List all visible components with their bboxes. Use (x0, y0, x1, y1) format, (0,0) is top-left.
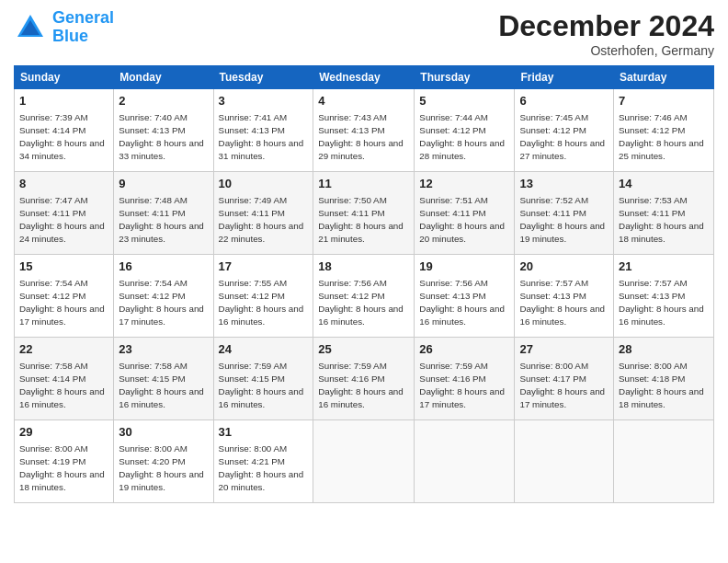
day-info: Sunrise: 7:46 AMSunset: 4:12 PMDaylight:… (619, 112, 704, 162)
calendar-cell: 19 Sunrise: 7:56 AMSunset: 4:13 PMDaylig… (415, 255, 515, 338)
day-info: Sunrise: 7:56 AMSunset: 4:12 PMDaylight:… (318, 278, 404, 327)
day-number: 14 (619, 176, 709, 192)
day-number: 12 (419, 176, 509, 192)
day-info: Sunrise: 7:40 AMSunset: 4:13 PMDaylight:… (119, 112, 204, 162)
calendar-cell: 22 Sunrise: 7:58 AMSunset: 4:14 PMDaylig… (15, 338, 114, 420)
day-number: 25 (318, 341, 409, 358)
day-number: 18 (318, 259, 409, 275)
day-number: 21 (619, 259, 709, 275)
weekday-header-saturday: Saturday (614, 66, 714, 89)
calendar-cell: 13 Sunrise: 7:52 AMSunset: 4:11 PMDaylig… (515, 172, 614, 255)
weekday-header-wednesday: Wednesday (313, 66, 415, 89)
weekday-header-row: SundayMondayTuesdayWednesdayThursdayFrid… (15, 66, 714, 89)
logo-line1: General (52, 8, 114, 27)
calendar-cell: 14 Sunrise: 7:53 AMSunset: 4:11 PMDaylig… (614, 172, 714, 255)
day-info: Sunrise: 7:44 AMSunset: 4:12 PMDaylight:… (419, 112, 505, 162)
month-title: December 2024 (498, 9, 714, 43)
calendar-cell (415, 420, 515, 503)
calendar-cell: 6 Sunrise: 7:45 AMSunset: 4:12 PMDayligh… (515, 89, 614, 172)
day-info: Sunrise: 7:59 AMSunset: 4:16 PMDaylight:… (419, 361, 505, 410)
day-number: 15 (19, 259, 108, 275)
day-number: 30 (119, 424, 208, 441)
day-info: Sunrise: 7:54 AMSunset: 4:12 PMDaylight:… (119, 278, 204, 327)
day-info: Sunrise: 7:51 AMSunset: 4:11 PMDaylight:… (419, 195, 505, 245)
day-number: 7 (619, 93, 709, 109)
calendar-cell: 20 Sunrise: 7:57 AMSunset: 4:13 PMDaylig… (515, 255, 614, 338)
day-info: Sunrise: 7:58 AMSunset: 4:15 PMDaylight:… (119, 361, 204, 410)
weekday-header-friday: Friday (515, 66, 614, 89)
day-info: Sunrise: 7:59 AMSunset: 4:15 PMDaylight:… (219, 361, 304, 410)
day-info: Sunrise: 7:55 AMSunset: 4:12 PMDaylight:… (219, 278, 304, 327)
day-number: 1 (19, 93, 108, 109)
day-info: Sunrise: 7:54 AMSunset: 4:12 PMDaylight:… (19, 278, 105, 327)
day-number: 24 (219, 341, 309, 358)
logo-icon (14, 11, 47, 44)
day-number: 3 (219, 93, 309, 109)
day-info: Sunrise: 7:52 AMSunset: 4:11 PMDaylight:… (519, 195, 605, 245)
calendar-cell: 17 Sunrise: 7:55 AMSunset: 4:12 PMDaylig… (213, 255, 313, 338)
week-row-4: 22 Sunrise: 7:58 AMSunset: 4:14 PMDaylig… (15, 338, 714, 420)
day-info: Sunrise: 7:45 AMSunset: 4:12 PMDaylight:… (519, 112, 605, 162)
day-info: Sunrise: 8:00 AMSunset: 4:18 PMDaylight:… (619, 361, 704, 410)
day-number: 28 (619, 341, 709, 358)
day-info: Sunrise: 8:00 AMSunset: 4:17 PMDaylight:… (519, 361, 605, 410)
calendar-cell (515, 420, 614, 503)
week-row-5: 29 Sunrise: 8:00 AMSunset: 4:19 PMDaylig… (15, 420, 714, 503)
day-number: 5 (419, 93, 509, 109)
weekday-header-thursday: Thursday (415, 66, 515, 89)
day-number: 27 (519, 341, 609, 358)
header: General Blue December 2024 Osterhofen, G… (14, 9, 714, 58)
calendar-cell: 21 Sunrise: 7:57 AMSunset: 4:13 PMDaylig… (614, 255, 714, 338)
day-number: 6 (519, 93, 609, 109)
calendar-cell: 5 Sunrise: 7:44 AMSunset: 4:12 PMDayligh… (415, 89, 515, 172)
calendar-cell: 30 Sunrise: 8:00 AMSunset: 4:20 PMDaylig… (114, 420, 213, 503)
location: Osterhofen, Germany (498, 43, 714, 58)
weekday-header-monday: Monday (114, 66, 213, 89)
calendar-cell: 27 Sunrise: 8:00 AMSunset: 4:17 PMDaylig… (515, 338, 614, 420)
day-number: 4 (318, 93, 409, 109)
calendar-cell: 11 Sunrise: 7:50 AMSunset: 4:11 PMDaylig… (313, 172, 415, 255)
day-number: 9 (119, 176, 208, 192)
day-info: Sunrise: 8:00 AMSunset: 4:20 PMDaylight:… (119, 443, 204, 493)
day-number: 2 (119, 93, 208, 109)
calendar-cell: 1 Sunrise: 7:39 AMSunset: 4:14 PMDayligh… (15, 89, 114, 172)
calendar-cell: 3 Sunrise: 7:41 AMSunset: 4:13 PMDayligh… (213, 89, 313, 172)
day-number: 29 (19, 424, 108, 441)
calendar-cell: 26 Sunrise: 7:59 AMSunset: 4:16 PMDaylig… (415, 338, 515, 420)
title-block: December 2024 Osterhofen, Germany (498, 9, 714, 58)
day-number: 22 (19, 341, 108, 358)
logo: General Blue (14, 9, 114, 46)
day-info: Sunrise: 8:00 AMSunset: 4:19 PMDaylight:… (19, 443, 105, 493)
day-number: 13 (519, 176, 609, 192)
day-info: Sunrise: 8:00 AMSunset: 4:21 PMDaylight:… (219, 443, 304, 493)
calendar-table: SundayMondayTuesdayWednesdayThursdayFrid… (14, 65, 714, 503)
calendar-cell: 4 Sunrise: 7:43 AMSunset: 4:13 PMDayligh… (313, 89, 415, 172)
day-number: 19 (419, 259, 509, 275)
week-row-2: 8 Sunrise: 7:47 AMSunset: 4:11 PMDayligh… (15, 172, 714, 255)
weekday-header-tuesday: Tuesday (213, 66, 313, 89)
calendar-cell (614, 420, 714, 503)
calendar-cell: 16 Sunrise: 7:54 AMSunset: 4:12 PMDaylig… (114, 255, 213, 338)
day-number: 8 (19, 176, 108, 192)
day-number: 11 (318, 176, 409, 192)
calendar-cell: 8 Sunrise: 7:47 AMSunset: 4:11 PMDayligh… (15, 172, 114, 255)
calendar-cell (313, 420, 415, 503)
calendar-cell: 15 Sunrise: 7:54 AMSunset: 4:12 PMDaylig… (15, 255, 114, 338)
logo-line2: Blue (52, 27, 88, 45)
calendar-cell: 28 Sunrise: 8:00 AMSunset: 4:18 PMDaylig… (614, 338, 714, 420)
day-number: 23 (119, 341, 208, 358)
day-info: Sunrise: 7:49 AMSunset: 4:11 PMDaylight:… (219, 195, 304, 245)
day-info: Sunrise: 7:47 AMSunset: 4:11 PMDaylight:… (19, 195, 105, 245)
week-row-1: 1 Sunrise: 7:39 AMSunset: 4:14 PMDayligh… (15, 89, 714, 172)
week-row-3: 15 Sunrise: 7:54 AMSunset: 4:12 PMDaylig… (15, 255, 714, 338)
day-number: 31 (219, 424, 309, 441)
calendar-cell: 9 Sunrise: 7:48 AMSunset: 4:11 PMDayligh… (114, 172, 213, 255)
calendar-cell: 25 Sunrise: 7:59 AMSunset: 4:16 PMDaylig… (313, 338, 415, 420)
day-info: Sunrise: 7:56 AMSunset: 4:13 PMDaylight:… (419, 278, 505, 327)
logo-text: General Blue (52, 9, 114, 46)
day-info: Sunrise: 7:57 AMSunset: 4:13 PMDaylight:… (519, 278, 605, 327)
calendar-cell: 31 Sunrise: 8:00 AMSunset: 4:21 PMDaylig… (213, 420, 313, 503)
day-info: Sunrise: 7:57 AMSunset: 4:13 PMDaylight:… (619, 278, 704, 327)
day-number: 26 (419, 341, 509, 358)
day-number: 16 (119, 259, 208, 275)
